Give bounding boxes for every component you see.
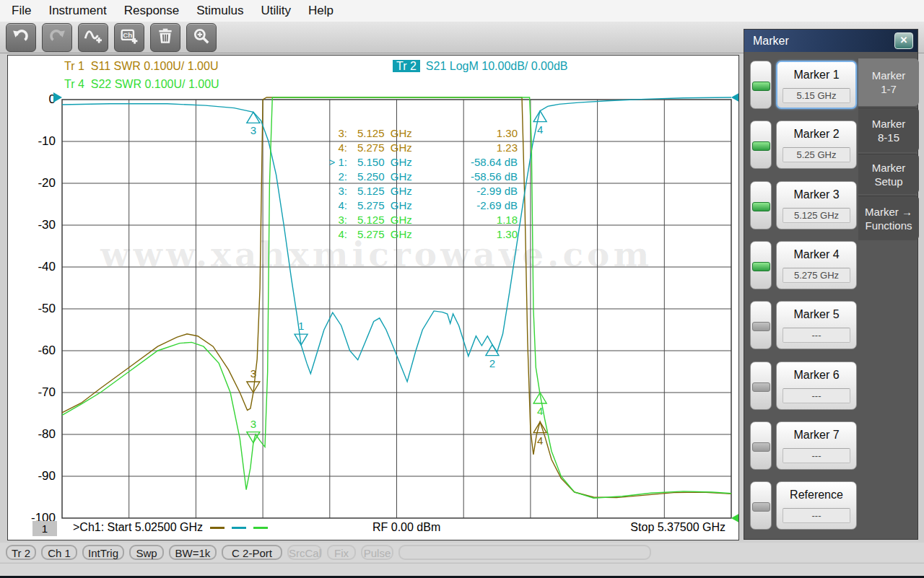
svg-text:Ch: Ch (123, 31, 132, 39)
marker-4-toggle[interactable] (750, 241, 772, 289)
led-on-icon (752, 82, 770, 91)
trace4-color-key (253, 527, 268, 529)
status-inttrig-button[interactable]: IntTrig (82, 545, 124, 560)
status-bar: Tr 2 Ch 1 IntTrig Swp BW=1k C 2-Port Src… (0, 543, 924, 562)
channel-number-badge: 1 (32, 521, 57, 536)
status-swp-button[interactable]: Swp (129, 545, 164, 560)
marker-5-row: Marker 5--- (750, 301, 858, 349)
plot-marker-label: 1 (298, 320, 304, 332)
delete-icon (156, 27, 175, 48)
led-on-icon (752, 262, 770, 271)
plot-marker-2[interactable] (486, 345, 499, 356)
marker-5-value[interactable]: --- (783, 328, 850, 343)
marker-1-row: Marker 15.15 GHz (750, 61, 858, 109)
status-srccal-button: SrcCal (287, 545, 322, 560)
delete-button[interactable] (150, 23, 180, 52)
menu-response[interactable]: Response (116, 1, 188, 20)
marker-6-button[interactable]: Marker 6--- (776, 362, 857, 410)
marker-7-row: Marker 7--- (750, 421, 858, 470)
tab-marker-8-15[interactable]: Marker8-15 (858, 108, 919, 152)
rf-power-label: RF 0.00 dBm (372, 521, 440, 534)
plot-marker-label: 4 (537, 434, 543, 447)
marker-1-button[interactable]: Marker 15.15 GHz (776, 61, 857, 109)
menu-stimulus[interactable]: Stimulus (188, 1, 252, 20)
marker-3-row: Marker 35.125 GHz (750, 181, 858, 229)
zoom-icon (192, 27, 211, 48)
stop-frequency-label: Stop 5.37500 GHz (630, 521, 725, 534)
plot-marker-label: 3 (250, 418, 256, 430)
readout-row: 3:5.125 GHz-2.99 dB (297, 184, 518, 198)
channel-start-label: >Ch1: Start 5.02500 GHz (73, 521, 268, 534)
marker-2-toggle[interactable] (750, 121, 772, 169)
led-off-icon (752, 322, 770, 331)
led-on-icon (752, 202, 770, 211)
led-on-icon (752, 141, 770, 151)
status-cal-button[interactable]: C 2-Port (222, 545, 282, 560)
marker-3-button[interactable]: Marker 35.125 GHz (776, 181, 857, 229)
tab-marker-setup[interactable]: MarkerSetup (858, 154, 919, 194)
tab-marker-functions[interactable]: Marker →Functions (858, 196, 919, 240)
readout-row: 3:5.125 GHz1.18 (297, 213, 518, 227)
marker-7-value[interactable]: --- (783, 448, 850, 463)
bottom-strip (0, 563, 924, 577)
redo-icon (48, 27, 66, 48)
menu-instrument[interactable]: Instrument (40, 1, 115, 20)
plot-marker-label: 3 (250, 124, 256, 136)
marker-6-toggle[interactable] (750, 362, 772, 410)
marker-2-value[interactable]: 5.25 GHz (783, 147, 850, 162)
s21-ref-level-arrow-right[interactable] (731, 92, 738, 102)
tab-marker-1-7[interactable]: Marker1-7 (858, 58, 919, 106)
menu-utility[interactable]: Utility (252, 1, 300, 20)
plot-marker-label: 2 (489, 357, 495, 369)
marker-7-toggle[interactable] (750, 421, 772, 470)
plot-marker-label: 3 (250, 367, 256, 380)
reference-toggle[interactable] (750, 481, 772, 530)
add-channel-button[interactable]: Ch (114, 23, 144, 52)
status-empty-field (398, 545, 651, 560)
marker-4-value[interactable]: 5.275 GHz (783, 268, 850, 283)
undo-icon (12, 27, 30, 48)
add-channel-icon: Ch (120, 27, 139, 48)
marker-2-button[interactable]: Marker 25.25 GHz (776, 121, 857, 169)
marker-6-value[interactable]: --- (783, 388, 850, 403)
channel-status-bar: 1 >Ch1: Start 5.02500 GHz RF 0.00 dBm St… (8, 520, 738, 539)
status-pulse-button: Pulse (361, 545, 393, 560)
plot-window: Tr 1 S11 SWR 0.100U/ 1.00U Tr 2S21 LogM … (7, 55, 739, 540)
marker-1-toggle[interactable] (750, 61, 772, 109)
marker-3-value[interactable]: 5.125 GHz (783, 208, 850, 223)
status-bw-button[interactable]: BW=1k (169, 545, 217, 560)
readout-row: 4:5.275 GHz-2.69 dB (297, 198, 518, 213)
led-off-icon (752, 382, 770, 392)
readout-row: 4:5.275 GHz1.23 (297, 141, 518, 155)
menu-help[interactable]: Help (300, 1, 342, 20)
menu-bar: File Instrument Response Stimulus Utilit… (0, 0, 924, 22)
marker-3-toggle[interactable] (750, 181, 772, 229)
plot-marker-label: 4 (537, 123, 543, 136)
reference-button[interactable]: Reference--- (776, 481, 857, 530)
status-tr2-button[interactable]: Tr 2 (6, 545, 36, 560)
panel-title: Marker (753, 35, 789, 48)
led-off-icon (752, 502, 770, 512)
marker-7-button[interactable]: Marker 7--- (776, 421, 857, 470)
readout-row: 3:5.125 GHz1.30 (297, 126, 518, 141)
marker-5-button[interactable]: Marker 5--- (776, 301, 857, 349)
redo-button (42, 23, 72, 52)
marker-2-row: Marker 25.25 GHz (750, 121, 858, 169)
close-icon[interactable]: ✕ (894, 32, 913, 49)
undo-button[interactable] (6, 23, 36, 52)
marker-4-button[interactable]: Marker 45.275 GHz (776, 241, 857, 289)
status-ch1-button[interactable]: Ch 1 (41, 545, 77, 560)
reference-value[interactable]: --- (783, 508, 850, 523)
marker-panel-header[interactable]: Marker ✕ (744, 30, 918, 52)
marker-1-value[interactable]: 5.15 GHz (783, 88, 850, 103)
zoom-button[interactable] (186, 23, 217, 52)
s21-ref-level-arrow-left[interactable] (53, 92, 62, 102)
marker-5-toggle[interactable] (750, 301, 772, 349)
marker-4-row: Marker 45.275 GHz (750, 241, 858, 289)
add-trace-icon (84, 27, 103, 48)
plot-marker-label: 4 (537, 405, 543, 417)
marker-readout-table: 3:5.125 GHz1.30 4:5.275 GHz1.23 > 1:5.15… (297, 126, 518, 242)
trace1-color-key (210, 527, 225, 529)
menu-file[interactable]: File (3, 1, 40, 20)
add-trace-button[interactable] (78, 23, 108, 52)
